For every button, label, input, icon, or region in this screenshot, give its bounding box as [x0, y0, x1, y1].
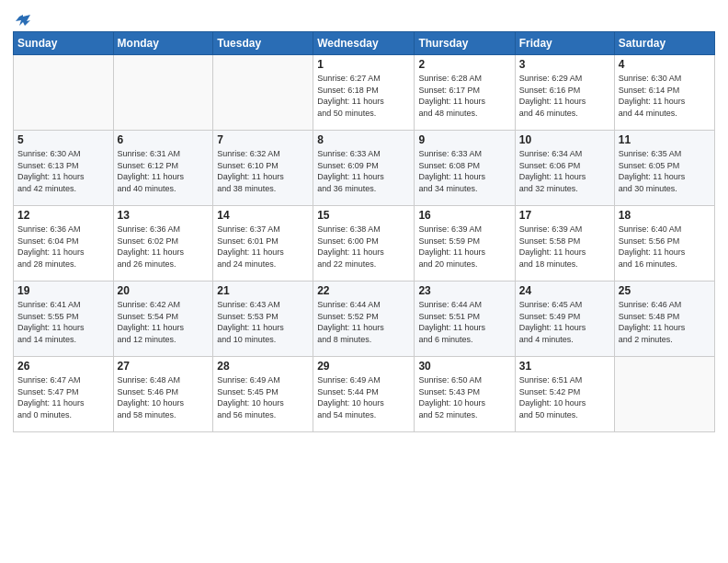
col-header-wednesday: Wednesday: [313, 32, 415, 55]
calendar-week-row: 1Sunrise: 6:27 AM Sunset: 6:18 PM Daylig…: [14, 55, 715, 131]
day-info: Sunrise: 6:33 AM Sunset: 6:08 PM Dayligh…: [418, 148, 510, 194]
calendar-cell: 17Sunrise: 6:39 AM Sunset: 5:58 PM Dayli…: [515, 206, 614, 282]
day-info: Sunrise: 6:39 AM Sunset: 5:59 PM Dayligh…: [418, 224, 510, 270]
day-number: 7: [217, 133, 309, 146]
day-info: Sunrise: 6:49 AM Sunset: 5:44 PM Dayligh…: [317, 374, 410, 420]
calendar-cell: 7Sunrise: 6:32 AM Sunset: 6:10 PM Daylig…: [213, 131, 313, 206]
calendar-week-row: 19Sunrise: 6:41 AM Sunset: 5:55 PM Dayli…: [14, 282, 715, 357]
calendar-cell: [14, 55, 114, 131]
col-header-friday: Friday: [515, 32, 614, 55]
calendar-cell: 14Sunrise: 6:37 AM Sunset: 6:01 PM Dayli…: [213, 206, 313, 282]
day-number: 27: [118, 360, 210, 373]
day-info: Sunrise: 6:41 AM Sunset: 5:55 PM Dayligh…: [17, 299, 109, 345]
day-info: Sunrise: 6:36 AM Sunset: 6:02 PM Dayligh…: [118, 224, 210, 270]
calendar-table: SundayMondayTuesdayWednesdayThursdayFrid…: [13, 31, 715, 432]
day-number: 10: [519, 133, 610, 146]
day-info: Sunrise: 6:45 AM Sunset: 5:49 PM Dayligh…: [519, 299, 610, 345]
day-info: Sunrise: 6:30 AM Sunset: 6:13 PM Dayligh…: [17, 148, 109, 194]
calendar-cell: 27Sunrise: 6:48 AM Sunset: 5:46 PM Dayli…: [113, 357, 213, 432]
calendar-cell: 29Sunrise: 6:49 AM Sunset: 5:44 PM Dayli…: [313, 357, 415, 432]
calendar-cell: 1Sunrise: 6:27 AM Sunset: 6:18 PM Daylig…: [313, 55, 415, 131]
day-number: 15: [317, 209, 410, 222]
calendar-cell: 2Sunrise: 6:28 AM Sunset: 6:17 PM Daylig…: [415, 55, 515, 131]
day-info: Sunrise: 6:39 AM Sunset: 5:58 PM Dayligh…: [519, 224, 610, 270]
calendar-cell: 4Sunrise: 6:30 AM Sunset: 6:14 PM Daylig…: [614, 55, 714, 131]
logo-bird-icon: [14, 13, 30, 29]
day-info: Sunrise: 6:49 AM Sunset: 5:45 PM Dayligh…: [217, 374, 309, 420]
day-number: 17: [519, 209, 610, 222]
day-number: 21: [217, 284, 309, 297]
calendar-cell: 28Sunrise: 6:49 AM Sunset: 5:45 PM Dayli…: [213, 357, 313, 432]
day-info: Sunrise: 6:51 AM Sunset: 5:42 PM Dayligh…: [519, 374, 610, 420]
calendar-cell: 15Sunrise: 6:38 AM Sunset: 6:00 PM Dayli…: [313, 206, 415, 282]
day-info: Sunrise: 6:42 AM Sunset: 5:54 PM Dayligh…: [118, 299, 210, 345]
calendar-cell: 10Sunrise: 6:34 AM Sunset: 6:06 PM Dayli…: [515, 131, 614, 206]
calendar-week-row: 12Sunrise: 6:36 AM Sunset: 6:04 PM Dayli…: [14, 206, 715, 282]
day-number: 8: [317, 133, 410, 146]
calendar-cell: 9Sunrise: 6:33 AM Sunset: 6:08 PM Daylig…: [415, 131, 515, 206]
calendar-cell: 8Sunrise: 6:33 AM Sunset: 6:09 PM Daylig…: [313, 131, 415, 206]
col-header-monday: Monday: [113, 32, 213, 55]
calendar-cell: 21Sunrise: 6:43 AM Sunset: 5:53 PM Dayli…: [213, 282, 313, 357]
day-number: 2: [418, 58, 510, 71]
day-number: 18: [619, 209, 711, 222]
day-number: 16: [418, 209, 510, 222]
day-info: Sunrise: 6:28 AM Sunset: 6:17 PM Dayligh…: [418, 73, 510, 119]
calendar-cell: 19Sunrise: 6:41 AM Sunset: 5:55 PM Dayli…: [14, 282, 114, 357]
calendar-cell: 20Sunrise: 6:42 AM Sunset: 5:54 PM Dayli…: [113, 282, 213, 357]
day-info: Sunrise: 6:27 AM Sunset: 6:18 PM Dayligh…: [317, 73, 410, 119]
day-number: 11: [619, 133, 711, 146]
day-number: 28: [217, 360, 309, 373]
calendar-week-row: 5Sunrise: 6:30 AM Sunset: 6:13 PM Daylig…: [14, 131, 715, 206]
day-number: 29: [317, 360, 410, 373]
calendar-cell: 22Sunrise: 6:44 AM Sunset: 5:52 PM Dayli…: [313, 282, 415, 357]
day-number: 31: [519, 360, 610, 373]
day-info: Sunrise: 6:47 AM Sunset: 5:47 PM Dayligh…: [17, 374, 109, 420]
day-number: 30: [418, 360, 510, 373]
calendar-cell: 31Sunrise: 6:51 AM Sunset: 5:42 PM Dayli…: [515, 357, 614, 432]
calendar-header-row: SundayMondayTuesdayWednesdayThursdayFrid…: [14, 32, 715, 55]
day-info: Sunrise: 6:37 AM Sunset: 6:01 PM Dayligh…: [217, 224, 309, 270]
calendar-cell: 5Sunrise: 6:30 AM Sunset: 6:13 PM Daylig…: [14, 131, 114, 206]
calendar-cell: 30Sunrise: 6:50 AM Sunset: 5:43 PM Dayli…: [415, 357, 515, 432]
day-number: 19: [17, 284, 109, 297]
calendar-cell: 24Sunrise: 6:45 AM Sunset: 5:49 PM Dayli…: [515, 282, 614, 357]
day-info: Sunrise: 6:50 AM Sunset: 5:43 PM Dayligh…: [418, 374, 510, 420]
day-number: 1: [317, 58, 410, 71]
day-number: 25: [619, 284, 711, 297]
day-info: Sunrise: 6:44 AM Sunset: 5:51 PM Dayligh…: [418, 299, 510, 345]
day-info: Sunrise: 6:40 AM Sunset: 5:56 PM Dayligh…: [619, 224, 711, 270]
day-info: Sunrise: 6:48 AM Sunset: 5:46 PM Dayligh…: [118, 374, 210, 420]
calendar-week-row: 26Sunrise: 6:47 AM Sunset: 5:47 PM Dayli…: [14, 357, 715, 432]
calendar-cell: 23Sunrise: 6:44 AM Sunset: 5:51 PM Dayli…: [415, 282, 515, 357]
day-number: 9: [418, 133, 510, 146]
day-number: 6: [118, 133, 210, 146]
day-info: Sunrise: 6:35 AM Sunset: 6:05 PM Dayligh…: [619, 148, 711, 194]
day-info: Sunrise: 6:32 AM Sunset: 6:10 PM Dayligh…: [217, 148, 309, 194]
day-info: Sunrise: 6:44 AM Sunset: 5:52 PM Dayligh…: [317, 299, 410, 345]
day-info: Sunrise: 6:43 AM Sunset: 5:53 PM Dayligh…: [217, 299, 309, 345]
day-number: 3: [519, 58, 610, 71]
day-number: 13: [118, 209, 210, 222]
day-info: Sunrise: 6:29 AM Sunset: 6:16 PM Dayligh…: [519, 73, 610, 119]
calendar-cell: [213, 55, 313, 131]
calendar-cell: 26Sunrise: 6:47 AM Sunset: 5:47 PM Dayli…: [14, 357, 114, 432]
col-header-thursday: Thursday: [415, 32, 515, 55]
calendar-cell: 11Sunrise: 6:35 AM Sunset: 6:05 PM Dayli…: [614, 131, 714, 206]
svg-marker-0: [16, 15, 30, 26]
day-number: 23: [418, 284, 510, 297]
calendar-cell: 25Sunrise: 6:46 AM Sunset: 5:48 PM Dayli…: [614, 282, 714, 357]
calendar-cell: [614, 357, 714, 432]
calendar-cell: 16Sunrise: 6:39 AM Sunset: 5:59 PM Dayli…: [415, 206, 515, 282]
day-number: 14: [217, 209, 309, 222]
header: [13, 9, 715, 26]
day-number: 12: [17, 209, 109, 222]
col-header-tuesday: Tuesday: [213, 32, 313, 55]
day-info: Sunrise: 6:46 AM Sunset: 5:48 PM Dayligh…: [619, 299, 711, 345]
day-info: Sunrise: 6:30 AM Sunset: 6:14 PM Dayligh…: [619, 73, 711, 119]
day-info: Sunrise: 6:36 AM Sunset: 6:04 PM Dayligh…: [17, 224, 109, 270]
day-number: 20: [118, 284, 210, 297]
day-info: Sunrise: 6:34 AM Sunset: 6:06 PM Dayligh…: [519, 148, 610, 194]
day-info: Sunrise: 6:38 AM Sunset: 6:00 PM Dayligh…: [317, 224, 410, 270]
calendar-cell: 3Sunrise: 6:29 AM Sunset: 6:16 PM Daylig…: [515, 55, 614, 131]
